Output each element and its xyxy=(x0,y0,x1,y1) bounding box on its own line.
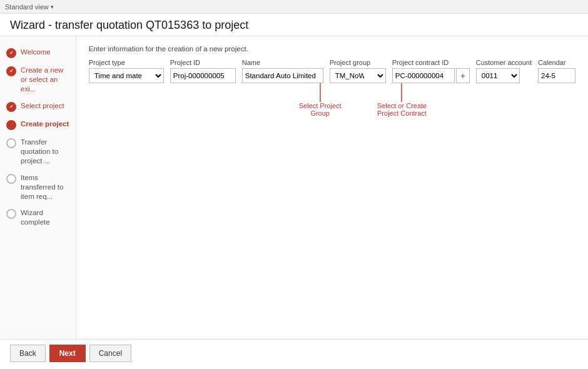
callout-project-contract: Select or CreateProject Contract xyxy=(377,83,427,117)
project-contract-input-group: + xyxy=(392,68,470,83)
field-project-id: Project ID xyxy=(170,59,236,83)
field-calendar: Calendar xyxy=(538,59,575,83)
sidebar-label-select-project: Select project xyxy=(21,101,64,111)
cancel-button[interactable]: Cancel xyxy=(89,345,131,362)
step-icon-create-project xyxy=(6,120,16,130)
callout-project-contract-text: Select or CreateProject Contract xyxy=(377,102,427,117)
field-project-type: Project type Time and material Fixed-pri… xyxy=(89,59,164,83)
step-icon-items-transferred xyxy=(6,174,16,184)
back-button[interactable]: Back xyxy=(10,345,46,362)
select-project-type[interactable]: Time and material Fixed-price Internal C… xyxy=(89,68,164,83)
instruction-text: Enter information for the creation of a … xyxy=(89,45,575,53)
label-project-contract-id: Project contract ID xyxy=(392,59,470,66)
select-project-group[interactable]: TM_NoWiP TM_WiP Fixed Internal xyxy=(330,68,386,83)
sidebar-item-select-project[interactable]: ✓ Select project xyxy=(0,98,76,116)
main-layout: ✓ Welcome ✓ Create a new or select an ex… xyxy=(0,36,588,339)
sidebar-label-items-transferred: Items transferred to item req... xyxy=(21,173,69,201)
select-customer-account[interactable]: 001162 001163 002001 xyxy=(476,68,520,83)
sidebar-item-transfer-quotation[interactable]: Transfer quotation to project ... xyxy=(0,134,76,169)
input-project-contract-id[interactable] xyxy=(392,68,455,83)
sidebar-label-transfer-quotation: Transfer quotation to project ... xyxy=(21,138,69,166)
callout-project-group: Select ProjectGroup xyxy=(299,83,342,117)
sidebar-label-create-project: Create project xyxy=(21,119,69,129)
standard-view-label: Standard view xyxy=(5,3,49,11)
chevron-down-icon: ▾ xyxy=(51,4,54,10)
label-calendar: Calendar xyxy=(538,59,575,66)
sidebar-label-create-select: Create a new or select an exi... xyxy=(21,66,69,94)
label-customer-account: Customer account xyxy=(476,59,532,66)
sidebar-item-items-transferred[interactable]: Items transferred to item req... xyxy=(0,169,76,205)
step-icon-welcome: ✓ xyxy=(6,48,16,58)
input-name[interactable] xyxy=(242,68,323,83)
page-title: Wizard - transfer quotation QT015363 to … xyxy=(0,14,588,36)
label-project-id: Project ID xyxy=(170,59,236,66)
input-calendar[interactable] xyxy=(538,68,575,83)
step-icon-select-project: ✓ xyxy=(6,102,16,112)
label-name: Name xyxy=(242,59,323,66)
label-project-group: Project group xyxy=(330,59,386,66)
field-project-group: Project group TM_NoWiP TM_WiP Fixed Inte… xyxy=(330,59,386,83)
form-row: Project type Time and material Fixed-pri… xyxy=(89,59,575,83)
step-icon-transfer-quotation xyxy=(6,138,16,148)
next-button[interactable]: Next xyxy=(49,345,86,362)
sidebar-item-create-project[interactable]: Create project xyxy=(0,116,76,134)
footer: Back Next Cancel xyxy=(0,339,588,366)
field-customer-account: Customer account 001162 001163 002001 xyxy=(476,59,532,83)
content-area: Enter information for the creation of a … xyxy=(76,36,588,339)
callout-project-group-text: Select ProjectGroup xyxy=(299,102,342,117)
step-icon-wizard-complete xyxy=(6,209,16,219)
sidebar-label-wizard-complete: Wizard complete xyxy=(21,208,69,227)
sidebar-item-create-select[interactable]: ✓ Create a new or select an exi... xyxy=(0,62,76,98)
sidebar-label-welcome: Welcome xyxy=(21,48,51,57)
input-project-id[interactable] xyxy=(170,68,236,83)
sidebar: ✓ Welcome ✓ Create a new or select an ex… xyxy=(0,36,76,339)
top-bar: Standard view ▾ xyxy=(0,0,588,14)
step-icon-create-select: ✓ xyxy=(6,66,16,76)
sidebar-item-wizard-complete[interactable]: Wizard complete xyxy=(0,205,76,231)
label-project-type: Project type xyxy=(89,59,164,66)
sidebar-item-welcome[interactable]: ✓ Welcome xyxy=(0,44,76,62)
standard-view-selector[interactable]: Standard view ▾ xyxy=(5,3,54,11)
field-project-contract-id: Project contract ID + xyxy=(392,59,470,83)
field-name: Name xyxy=(242,59,323,83)
plus-button[interactable]: + xyxy=(456,68,470,83)
